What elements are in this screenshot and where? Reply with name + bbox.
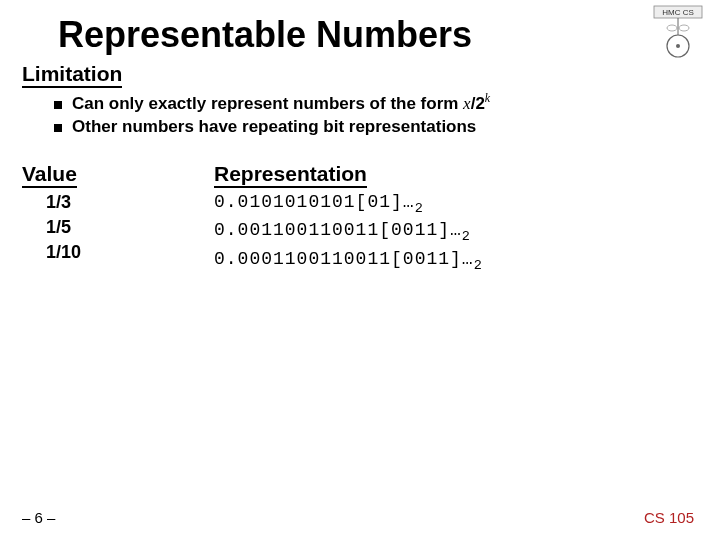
bullet-item: Can only exactly represent numbers of th… <box>54 90 490 116</box>
repr-subscript: 2 <box>462 229 470 244</box>
repr-cell: 0.001100110011[0011]…2 <box>214 218 482 246</box>
repr-subscript: 2 <box>415 201 423 216</box>
svg-point-4 <box>667 25 677 31</box>
course-label: CS 105 <box>644 509 694 526</box>
value-cell: 1/5 <box>46 215 81 240</box>
page-number: – 6 – <box>22 509 55 526</box>
repr-digits: 0.0101010101[01]… <box>214 192 415 212</box>
square-bullet-icon <box>54 124 62 132</box>
svg-point-2 <box>676 44 680 48</box>
repr-cell: 0.0101010101[01]…2 <box>214 190 482 218</box>
svg-point-5 <box>679 25 689 31</box>
repr-digits: 0.0001100110011[0011]… <box>214 249 474 269</box>
heading-representation: Representation <box>214 162 367 188</box>
logo-text: HMC CS <box>662 8 694 17</box>
value-cell: 1/3 <box>46 190 81 215</box>
bullet-text: /2 <box>471 94 485 113</box>
math-var-x: x <box>463 94 471 113</box>
value-cell: 1/10 <box>46 240 81 265</box>
square-bullet-icon <box>54 101 62 109</box>
bullet-text: Other numbers have repeating bit represe… <box>72 116 476 139</box>
logo-hmc-cs: HMC CS <box>648 4 708 60</box>
heading-value: Value <box>22 162 77 188</box>
repr-subscript: 2 <box>474 258 482 273</box>
bullet-item: Other numbers have repeating bit represe… <box>54 116 490 139</box>
page-title: Representable Numbers <box>58 14 472 56</box>
math-sup-k: k <box>485 91 490 105</box>
bullet-text: Can only exactly represent numbers of th… <box>72 94 463 113</box>
value-column: 1/3 1/5 1/10 <box>46 190 81 266</box>
bullet-list: Can only exactly represent numbers of th… <box>54 90 490 139</box>
repr-digits: 0.001100110011[0011]… <box>214 220 462 240</box>
repr-cell: 0.0001100110011[0011]…2 <box>214 247 482 275</box>
heading-limitation: Limitation <box>22 62 122 88</box>
representation-column: 0.0101010101[01]…2 0.001100110011[0011]…… <box>214 190 482 275</box>
